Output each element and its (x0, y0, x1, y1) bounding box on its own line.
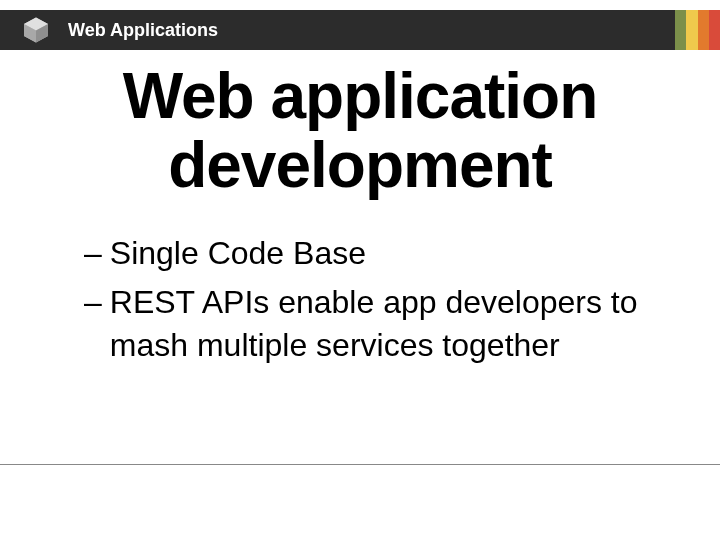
stripe-green (675, 10, 686, 50)
bullet-text: REST APIs enable app developers to mash … (110, 281, 664, 367)
bullet-list: – Single Code Base – REST APIs enable ap… (84, 232, 664, 374)
bullet-item: – Single Code Base (84, 232, 664, 275)
accent-stripes (675, 10, 720, 50)
stripe-orange (698, 10, 709, 50)
bullet-text: Single Code Base (110, 232, 664, 275)
bullet-item: – REST APIs enable app developers to mas… (84, 281, 664, 367)
slide-title: Web application development (0, 62, 720, 200)
stripe-red (709, 10, 720, 50)
bottom-divider (0, 464, 720, 465)
header-title: Web Applications (68, 20, 218, 41)
header-bar: Web Applications (0, 10, 720, 50)
bullet-dash-icon: – (84, 281, 102, 367)
cube-logo-icon (18, 12, 54, 48)
stripe-yellow (686, 10, 697, 50)
slide: Web Applications Web application develop… (0, 0, 720, 540)
bullet-dash-icon: – (84, 232, 102, 275)
